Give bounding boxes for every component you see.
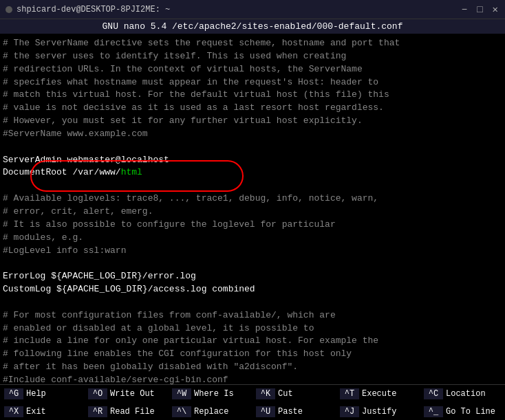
line-27: #Include conf-available/serve-cgi-bin.co… — [3, 374, 502, 384]
shortcut-label-location: Location — [446, 389, 486, 399]
maximize-button[interactable]: □ — [475, 4, 484, 15]
shortcut-key-justify: ^J — [340, 406, 359, 417]
line-9 — [3, 141, 502, 154]
line-25: # following line enables the CGI configu… — [3, 348, 502, 361]
shortcut-label-replace: Replace — [194, 407, 228, 417]
line-24: # include a line for only one particular… — [3, 335, 502, 348]
shortcut-execute[interactable]: ^T Execute — [336, 385, 420, 403]
shortcut-key-whereis: ^W — [172, 388, 191, 399]
line-26: # after it has been globally disabled wi… — [3, 361, 502, 374]
title-bar: shpicard-dev@DESKTOP-8PJI2ME: ~ − □ ✕ — [0, 0, 505, 19]
shortcut-whereis[interactable]: ^W Where Is — [168, 385, 252, 403]
shortcut-label-justify: Justify — [362, 407, 396, 417]
shortcut-label-readfile: Read File — [110, 407, 155, 417]
line-5: # match this virtual host. For the defau… — [3, 89, 502, 102]
shortcut-label-gotoline: Go To Line — [446, 407, 495, 417]
shortcut-writeout[interactable]: ^O Write Out — [84, 385, 168, 403]
line-customlog: CustomLog ${APACHE_LOG_DIR}/access.log c… — [3, 283, 502, 296]
shortcut-key-readfile: ^R — [88, 406, 107, 417]
title-icon — [6, 6, 12, 13]
shortcut-location[interactable]: ^C Location — [420, 385, 504, 403]
shortcut-label-writeout: Write Out — [110, 389, 155, 399]
shortcut-key-execute: ^T — [340, 388, 359, 399]
nano-header: GNU nano 5.4 /etc/apache2/sites-enabled/… — [0, 19, 505, 34]
shortcut-key-writeout: ^O — [88, 388, 107, 399]
line-17: #LogLevel info ssl:warn — [3, 245, 502, 258]
line-14: # error, crit, alert, emerg. — [3, 206, 502, 219]
line-6: # value is not decisive as it is used as… — [3, 102, 502, 115]
nano-header-text: GNU nano 5.4 /etc/apache2/sites-enabled/… — [103, 21, 403, 32]
shortcut-key-location: ^C — [424, 388, 443, 399]
shortcut-key-gotoline: ^_ — [424, 406, 443, 417]
line-13: # Available loglevels: trace8, ..., trac… — [3, 192, 502, 206]
shortcut-readfile[interactable]: ^R Read File — [84, 403, 168, 420]
line-18 — [3, 257, 502, 270]
line-21 — [3, 296, 502, 309]
shortcut-label-whereis: Where Is — [194, 389, 234, 399]
shortcut-exit[interactable]: ^X Exit — [0, 403, 84, 420]
shortcut-row-2: ^X Exit ^R Read File ^\ Replace ^U Paste… — [0, 403, 505, 420]
line-22: # For most configuration files from conf… — [3, 309, 502, 322]
title-bar-controls: − □ ✕ — [460, 3, 499, 15]
line-8: #ServerName www.example.com — [3, 128, 502, 141]
shortcut-key-paste: ^U — [256, 406, 275, 417]
shortcut-gotoline[interactable]: ^_ Go To Line — [420, 403, 504, 420]
shortcut-row-1: ^G Help ^O Write Out ^W Where Is ^K Cut … — [0, 385, 505, 403]
shortcut-cut[interactable]: ^K Cut — [252, 385, 336, 403]
shortcut-label-cut: Cut — [278, 389, 293, 399]
line-3: # redirection URLs. In the context of vi… — [3, 63, 502, 76]
line-15: # It is also possible to configure the l… — [3, 219, 502, 232]
shortcut-paste[interactable]: ^U Paste — [252, 403, 336, 420]
shortcut-key-help: ^G — [4, 388, 23, 399]
line-12 — [3, 179, 502, 192]
editor[interactable]: # The ServerName directive sets the requ… — [0, 34, 505, 384]
close-button[interactable]: ✕ — [491, 3, 499, 15]
title-text: shpicard-dev@DESKTOP-8PJI2ME: ~ — [17, 5, 170, 14]
shortcut-replace[interactable]: ^\ Replace — [168, 403, 252, 420]
title-bar-left: shpicard-dev@DESKTOP-8PJI2ME: ~ — [6, 5, 170, 14]
nano-footer: ^G Help ^O Write Out ^W Where Is ^K Cut … — [0, 384, 505, 420]
shortcut-key-replace: ^\ — [172, 406, 191, 417]
shortcut-label-paste: Paste — [278, 407, 303, 417]
line-errorlog: ErrorLog ${APACHE_LOG_DIR}/error.log — [3, 270, 502, 283]
line-4: # specifies what hostname must appear in… — [3, 76, 502, 89]
line-7: # However, you must set it for any furth… — [3, 115, 502, 128]
shortcut-key-cut: ^K — [256, 388, 275, 399]
line-server-admin: ServerAdmin webmaster@localhost — [3, 154, 502, 167]
minimize-button[interactable]: − — [460, 4, 469, 15]
shortcut-label-execute: Execute — [362, 389, 396, 399]
shortcut-help[interactable]: ^G Help — [0, 385, 84, 403]
shortcut-justify[interactable]: ^J Justify — [336, 403, 420, 420]
line-document-root: DocumentRoot /var/www/html — [3, 166, 502, 179]
shortcut-key-exit: ^X — [4, 406, 23, 417]
shortcut-label-exit: Exit — [26, 407, 46, 417]
line-16: # modules, e.g. — [3, 232, 502, 245]
line-23: # enabled or disabled at a global level,… — [3, 322, 502, 335]
shortcut-label-help: Help — [26, 389, 46, 399]
line-1: # The ServerName directive sets the requ… — [3, 37, 502, 50]
line-2: # the server uses to identify itself. Th… — [3, 50, 502, 63]
